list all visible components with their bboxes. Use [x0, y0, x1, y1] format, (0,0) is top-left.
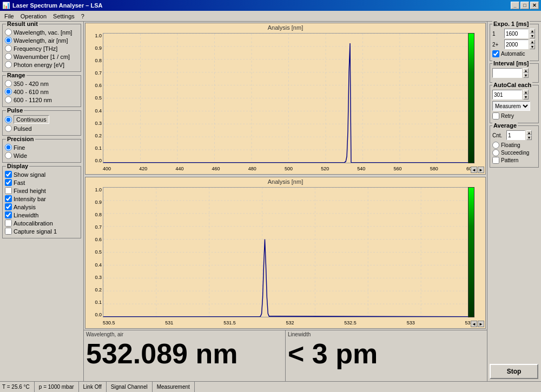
precision-label: Precision	[6, 136, 35, 142]
radio-photon-energy[interactable]: Photon energy [eV]	[5, 61, 78, 68]
radio-pulsed[interactable]: Pulsed	[5, 125, 78, 132]
autocal-up[interactable]: ▲	[523, 90, 529, 95]
chart2-y-axis: 1.0 0.9 0.8 0.7 0.6 0.5 0.4 0.3 0.2 0.1 …	[87, 187, 102, 317]
menu-settings[interactable]: Settings	[50, 12, 78, 21]
pulse-group: Pulse Continuous Pulsed	[2, 110, 81, 136]
automatic-checkbox[interactable]	[492, 50, 499, 57]
check-autocalibration[interactable]: Autocalibration	[5, 220, 78, 227]
maximize-button[interactable]: □	[520, 2, 529, 9]
radio-wavelength-vac[interactable]: Wavelength, vac. [nm]	[5, 29, 78, 36]
stop-button[interactable]: Stop	[490, 364, 538, 379]
pulse-label: Pulse	[6, 107, 24, 114]
radio-wide[interactable]: Wide	[5, 152, 78, 159]
app-icon: 📊	[2, 2, 10, 9]
expo1-input[interactable]	[504, 29, 529, 38]
menu-help[interactable]: ?	[78, 12, 88, 21]
center-area: Analysis [nm] 1.0 0.9 0.8 0.7 0.6 0.5 0.…	[84, 22, 487, 381]
cnt-label: Cnt.	[492, 132, 505, 138]
chart1-title: Analysis [nm]	[85, 23, 485, 32]
check-capture-signal[interactable]: Capture signal 1	[5, 228, 78, 235]
pattern-checkbox[interactable]	[492, 157, 499, 164]
check-intensity-bar[interactable]: Intensity bar	[5, 195, 78, 202]
expo2-down[interactable]: ▼	[530, 44, 535, 49]
succeeding-row[interactable]: Succeeding	[492, 149, 536, 156]
right-panel: Expo. 1 [ms] 1 ▲ ▼ 2+ ▲ ▼	[487, 22, 541, 381]
autocal-label: AutoCal each	[492, 82, 532, 88]
menu-operation[interactable]: Operation	[17, 12, 50, 21]
radio-range-400[interactable]: 400 - 610 nm	[5, 88, 78, 95]
retry-checkbox[interactable]	[492, 112, 499, 119]
average-label: Average	[492, 122, 518, 129]
intensity-bar-1	[468, 33, 474, 163]
expo2-label: 2+	[492, 42, 503, 48]
interval-label: Interval [ms]	[492, 60, 530, 67]
chart2-plot	[103, 187, 474, 317]
check-analysis[interactable]: Analysis	[5, 203, 78, 210]
status-signal: Signal Channel	[107, 382, 153, 392]
radio-wavenumber[interactable]: Wavenumber [1 / cm]	[5, 53, 78, 60]
status-temperature: T = 25.6 °C	[0, 382, 35, 392]
chart2-container: Analysis [nm] 1.0 0.9 0.8 0.7 0.6 0.5 0.…	[85, 177, 486, 329]
interval-group: Interval [ms] ▲ ▼	[490, 63, 539, 83]
interval-spinners: ▲ ▼	[523, 68, 529, 78]
display-label: Display	[6, 163, 29, 169]
zoom-minus-2[interactable]: ◄	[471, 321, 477, 327]
range-label: Range	[6, 72, 27, 78]
status-link: Link Off	[79, 382, 107, 392]
autocal-input[interactable]	[492, 90, 522, 99]
expo2-spinners: ▲ ▼	[530, 39, 535, 49]
close-button[interactable]: ✕	[530, 2, 539, 9]
expo-label: Expo. 1 [ms]	[492, 21, 530, 27]
readout-wavelength: Wavelength, air 532.089 nm	[84, 330, 286, 381]
range-group: Range 350 - 420 nm 400 - 610 nm 600 - 11…	[2, 75, 81, 107]
zoom-plus-1[interactable]: ►	[478, 167, 484, 173]
display-group: Display Show signal Fast Fixed height In…	[2, 166, 81, 238]
linewidth-label: Linewidth	[288, 331, 485, 337]
cnt-spinners: ▲ ▼	[526, 130, 532, 140]
expo2-up[interactable]: ▲	[530, 39, 535, 44]
status-bar: T = 25.6 °C p = 1000 mbar Link Off Signa…	[0, 381, 541, 392]
menu-bar: File Operation Settings ?	[0, 11, 541, 22]
chart1-y-axis: 1.0 0.9 0.8 0.7 0.6 0.5 0.4 0.3 0.2 0.1 …	[87, 33, 102, 163]
cnt-input[interactable]	[506, 130, 525, 140]
chart2-zoom-controls: ◄ ►	[471, 321, 484, 327]
floating-row[interactable]: Floating	[492, 142, 536, 149]
expo1-up[interactable]: ▲	[530, 29, 535, 34]
radio-wavelength-air[interactable]: Wavelength, air [nm]	[5, 37, 78, 44]
radio-fine[interactable]: Fine	[5, 144, 78, 151]
radio-range-350[interactable]: 350 - 420 nm	[5, 80, 78, 87]
autocal-spinners: ▲ ▼	[523, 90, 529, 99]
chart1-zoom-controls: ◄ ►	[471, 167, 484, 173]
wavelength-value: 532.089 nm	[86, 338, 283, 369]
autocal-down[interactable]: ▼	[523, 95, 529, 99]
zoom-minus-1[interactable]: ◄	[471, 167, 477, 173]
succeeding-label: Succeeding	[501, 150, 529, 156]
chart2-title: Analysis [nm]	[85, 177, 485, 186]
autocal-select[interactable]: Measureme...	[492, 101, 530, 111]
expo1-row: 1 ▲ ▼	[492, 29, 536, 38]
check-fast[interactable]: Fast	[5, 179, 78, 186]
cnt-down[interactable]: ▼	[526, 135, 532, 140]
menu-file[interactable]: File	[1, 12, 17, 21]
radio-range-600[interactable]: 600 - 1120 nm	[5, 96, 78, 103]
chart1-svg	[103, 34, 474, 163]
interval-up[interactable]: ▲	[523, 68, 529, 73]
pattern-label: Pattern	[501, 157, 518, 163]
interval-down[interactable]: ▼	[523, 73, 529, 78]
chart1-container: Analysis [nm] 1.0 0.9 0.8 0.7 0.6 0.5 0.…	[85, 23, 486, 175]
check-fixed-height[interactable]: Fixed height	[5, 187, 78, 194]
radio-continuous[interactable]: Continuous	[5, 115, 78, 124]
cnt-up[interactable]: ▲	[526, 130, 532, 135]
result-unit-group: Result unit Wavelength, vac. [nm] Wavele…	[2, 24, 81, 72]
check-linewidth[interactable]: Linewidth	[5, 211, 78, 218]
floating-radio[interactable]	[492, 142, 499, 149]
zoom-plus-2[interactable]: ►	[478, 321, 484, 327]
radio-frequency[interactable]: Frequency [THz]	[5, 45, 78, 52]
succeeding-radio[interactable]	[492, 149, 499, 156]
expo1-down[interactable]: ▼	[530, 34, 535, 38]
interval-input[interactable]	[492, 68, 522, 78]
minimize-button[interactable]: _	[511, 2, 519, 9]
chart2-x-axis: 530.5 531 531.5 532 532.5 533 533.	[103, 318, 474, 327]
check-show-signal[interactable]: Show signal	[5, 171, 78, 178]
expo2-input[interactable]	[504, 39, 529, 49]
